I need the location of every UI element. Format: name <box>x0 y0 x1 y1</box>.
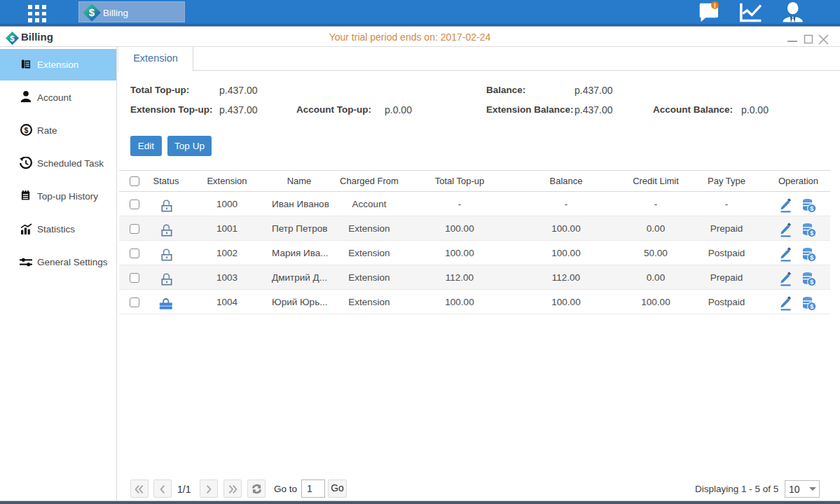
svg-text:$: $ <box>89 6 95 18</box>
svg-text:$: $ <box>810 254 813 261</box>
svg-text:$: $ <box>25 126 29 134</box>
svg-text:$: $ <box>810 205 813 212</box>
svg-text:!: ! <box>714 2 716 9</box>
svg-text:$: $ <box>810 230 813 237</box>
svg-text:$: $ <box>810 279 813 286</box>
svg-text:$: $ <box>810 303 813 310</box>
